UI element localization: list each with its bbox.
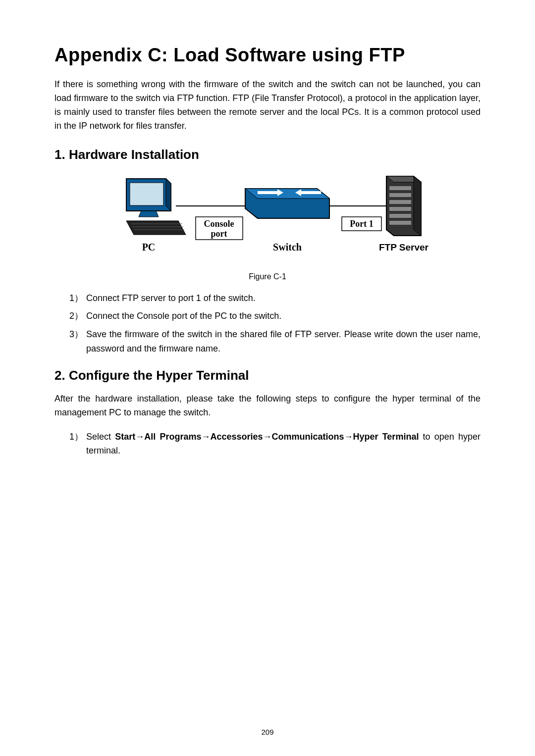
section-1-steps: 1） Connect FTP server to port 1 of the s… [54,291,481,356]
svg-rect-18 [389,207,411,211]
section-1-title: Hardware Installation [69,147,199,162]
pc-label: PC [142,242,156,252]
section-2-intro: After the hardware installation, please … [54,392,481,420]
intro-paragraph: If there is something wrong with the fir… [54,78,481,133]
list-item: 1） Connect FTP server to port 1 of the s… [54,291,481,305]
ftp-server-label: FTP Server [379,242,429,252]
svg-marker-1 [166,179,171,211]
page-number: 209 [0,728,535,736]
section-1-heading: 1. Hardware Installation [54,147,481,162]
console-port-label-1: Console [204,219,234,229]
list-item: 3） Save the firmware of the switch in th… [54,327,481,356]
svg-marker-14 [414,176,421,236]
hardware-diagram: PC Console port Switch [99,171,436,265]
diagram-svg: PC Console port Switch [99,171,436,265]
step-marker: 3） [54,327,86,342]
svg-rect-17 [389,200,411,204]
svg-rect-15 [389,186,411,190]
svg-rect-19 [389,214,411,218]
ftp-server-icon [386,176,421,236]
step-text: Connect FTP server to port 1 of the swit… [86,291,481,305]
step-text: Save the firmware of the switch in the s… [86,327,481,356]
switch-label: Switch [273,242,302,252]
step-text: Connect the Console port of the PC to th… [86,309,481,323]
section-1-number: 1. [54,147,65,162]
section-2-heading: 2. Configure the Hyper Terminal [54,368,481,383]
port1-label: Port 1 [350,219,373,229]
diagram-container: PC Console port Switch [54,171,481,267]
section-2-steps: 1） Select Start→All Programs→Accessories… [54,430,481,458]
section-2-title: Configure the Hyper Terminal [69,368,249,383]
list-item: 2） Connect the Console port of the PC to… [54,309,481,323]
pc-icon [126,179,186,235]
svg-rect-2 [130,183,163,205]
step-marker: 1） [54,291,86,305]
section-2-number: 2. [54,368,65,383]
step-marker: 1） [54,430,86,444]
page-title: Appendix C: Load Software using FTP [54,45,481,66]
step-prefix: Select [86,432,115,442]
switch-icon [245,189,329,218]
console-port-label-2: port [211,229,227,239]
svg-marker-3 [139,211,159,217]
svg-rect-16 [389,193,411,197]
step-text: Select Start→All Programs→Accessories→Co… [86,430,481,458]
figure-caption: Figure C-1 [54,272,481,281]
list-item: 1） Select Start→All Programs→Accessories… [54,430,481,458]
svg-marker-4 [126,221,186,235]
step-bold-path: Start→All Programs→Accessories→Communica… [115,432,419,442]
step-marker: 2） [54,309,86,323]
page: Appendix C: Load Software using FTP If t… [0,0,535,490]
svg-rect-20 [389,221,411,225]
